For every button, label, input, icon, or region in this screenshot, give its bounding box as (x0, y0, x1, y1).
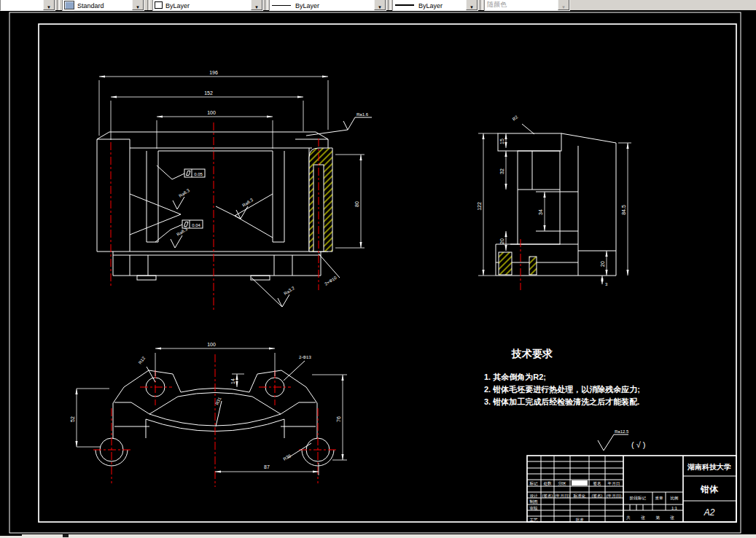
svg-text:100: 100 (207, 110, 216, 115)
leader-r12: R12 (138, 356, 155, 382)
svg-text:R20: R20 (283, 453, 292, 461)
surface-finish-note: Ra12.5 ( √ ) (598, 429, 645, 451)
svg-text:标准化: 标准化 (573, 494, 586, 499)
plot-style-value: 随颜色 (485, 0, 558, 10)
svg-text:15: 15 (499, 139, 504, 144)
linetype-value: ByLayer (293, 2, 374, 10)
svg-text:审核: 审核 (529, 506, 538, 510)
text-style-combo[interactable]: Standard ▼ (62, 0, 144, 11)
svg-text:0.04: 0.04 (192, 223, 200, 227)
chevron-down-icon[interactable]: ▼ (132, 0, 144, 10)
leader-2xd13: 2-Φ13 (284, 355, 311, 381)
linetype-sample-icon (272, 5, 291, 6)
section-hatch (499, 252, 512, 275)
chevron-down-icon[interactable]: ▼ (43, 0, 55, 10)
svg-text:76: 76 (336, 416, 341, 422)
dim-20-right: 20 (600, 251, 607, 276)
flatness-symbol-icon (187, 171, 191, 176)
splitter-handle[interactable] (63, 534, 69, 537)
dim-80: 80 (335, 155, 365, 248)
command-bar-corner (0, 534, 22, 536)
dim-122: 122 (477, 133, 498, 276)
svg-text:152: 152 (204, 90, 213, 95)
color-value: ByLayer (163, 2, 251, 10)
text-style-value: Standard (75, 2, 132, 10)
svg-text:2×Φ10: 2×Φ10 (324, 275, 338, 286)
svg-text:80: 80 (354, 201, 359, 207)
toolbar: ▼ Standard ▼ ByLayer ▼ ByLayer ▼ ByLayer… (0, 0, 756, 10)
svg-text:34: 34 (538, 209, 543, 215)
dim-3: 3 (602, 276, 608, 286)
toolbar-separator (388, 0, 391, 10)
dim-20-left: 20 (499, 231, 506, 251)
roughness-ra32: Ra3.2 (252, 278, 296, 307)
svg-text:(年月日): (年月日) (555, 494, 570, 499)
zoom-value-combo[interactable]: ▼ (0, 0, 55, 11)
tech-req-item: 1. 其余倒角为R2; (484, 373, 546, 382)
toolbar-separator (57, 0, 60, 10)
application-window: ▼ Standard ▼ ByLayer ▼ ByLayer ▼ ByLayer… (0, 0, 756, 538)
svg-text:工艺: 工艺 (529, 518, 538, 522)
title-block: 标记 处数 分区 签名 年月日 设计 (签名) (年月日) 标准化 (签名) (… (527, 456, 736, 523)
plot-style-combo: 随颜色 ▼ (484, 0, 570, 11)
svg-text:Ra3.2: Ra3.2 (283, 286, 295, 296)
section-hatch (529, 257, 537, 275)
chevron-down-icon: ▼ (558, 0, 569, 10)
svg-text:52: 52 (70, 416, 75, 422)
part-name: 钳体 (700, 484, 719, 494)
chevron-down-icon[interactable]: ▼ (374, 0, 386, 10)
dim-15: 15 (499, 133, 506, 148)
dim-100: 100 (157, 110, 273, 149)
leader-2xd10: 2×Φ10 (319, 254, 340, 286)
dim-32: 32 (499, 151, 506, 190)
toolbar-separator (265, 0, 268, 10)
tech-req-item: 2. 钳体毛坯要进行热处理，以消除残余应力; (484, 385, 640, 394)
svg-text:Ra6.3: Ra6.3 (178, 188, 190, 198)
lineweight-value: ByLayer (416, 2, 466, 10)
tech-req-item: 3. 钳体加工完成后经检验清洗之后才能装配. (484, 397, 639, 406)
university-name: 湖南科技大学 (687, 463, 731, 471)
svg-text:20: 20 (600, 261, 605, 267)
chevron-down-icon[interactable]: ▼ (251, 0, 262, 10)
toolbar-separator (480, 0, 483, 10)
revision-bar (572, 480, 588, 486)
svg-text:分区: 分区 (558, 481, 566, 486)
front-view: 196 152 100 80 (97, 70, 372, 312)
svg-text:0.05: 0.05 (194, 172, 203, 176)
svg-text:(签名): (签名) (592, 494, 603, 499)
lineweight-sample-icon (395, 4, 414, 6)
zoom-value-label (1, 9, 43, 10)
color-swatch-icon (155, 1, 163, 9)
svg-text:签名: 签名 (593, 481, 601, 486)
dim-152: 152 (111, 90, 303, 140)
svg-text:122: 122 (477, 202, 482, 211)
side-view: R2 122 15 32 34 20 (477, 114, 631, 290)
svg-text:标记: 标记 (529, 481, 538, 486)
svg-text:Ra1.6: Ra1.6 (356, 112, 369, 117)
svg-text:设计: 设计 (529, 494, 538, 498)
chevron-down-icon[interactable]: ▼ (466, 0, 478, 10)
dim-14: 14 (230, 374, 244, 387)
svg-text:制图: 制图 (529, 499, 537, 504)
lineweight-combo[interactable]: ByLayer ▼ (392, 0, 478, 11)
svg-text:3: 3 (605, 282, 608, 286)
svg-text:年月日: 年月日 (608, 481, 620, 486)
svg-text:张: 张 (641, 515, 645, 521)
dim-87: 87 (215, 463, 319, 475)
svg-text:(签名): (签名) (542, 494, 553, 499)
drawing-canvas[interactable]: 196 152 100 80 (0, 0, 756, 538)
svg-text:(年月日): (年月日) (607, 494, 622, 499)
roughness-ra63-left: Ra6.3 (173, 188, 191, 209)
svg-text:20: 20 (499, 238, 504, 244)
linetype-combo[interactable]: ByLayer ▼ (269, 0, 386, 11)
top-view: 100 14 52 76 87 (70, 342, 347, 487)
svg-text:87: 87 (264, 464, 270, 469)
tolerance-frame-1: 0.05 (157, 165, 205, 179)
svg-text:196: 196 (209, 70, 218, 75)
technical-requirements: 技术要求 1. 其余倒角为R2; 2. 钳体毛坯要进行热处理，以消除残余应力; … (484, 348, 640, 406)
dim-845: 84.5 (618, 143, 631, 276)
color-combo[interactable]: ByLayer ▼ (152, 0, 263, 11)
svg-text:R2: R2 (512, 114, 519, 122)
svg-text:2-Φ13: 2-Φ13 (299, 355, 311, 359)
svg-text:比例: 比例 (670, 496, 678, 501)
